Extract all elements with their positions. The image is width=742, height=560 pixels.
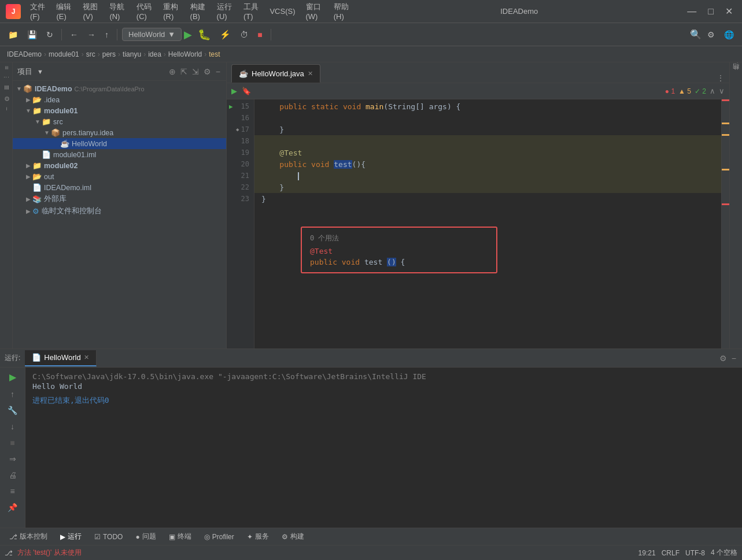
tree-arrow-scratch[interactable]: ▶ [24,207,32,216]
open-folder-button[interactable]: 📁 [5,28,21,42]
print-button[interactable]: 🖨 [7,469,19,481]
menu-item-视图V[interactable]: 视图(V) [78,0,104,23]
scroll-down-button[interactable]: ↓ [9,420,16,433]
pin-button[interactable]: 📌 [6,501,19,514]
tree-item-root[interactable]: ▼ 📦 IDEADemo C:\ProgramData\IdeaPro [13,83,226,94]
menu-item-导航N[interactable]: 导航(N) [105,0,130,23]
bottom-bar-tab-TODO[interactable]: ☑TODO [88,529,128,544]
close-bottom-panel-button[interactable]: − [730,353,737,364]
forward-button[interactable]: → [84,28,99,42]
tree-arrow-package[interactable]: ▼ [43,129,51,137]
left-strip-icon-1[interactable]: ≡ [2,65,11,71]
tree-arrow-module02[interactable]: ▶ [24,162,32,170]
bottom-bar-tab-运行[interactable]: ▶运行 [54,529,87,544]
bottom-bar-tab-终端[interactable]: ▣终端 [163,529,197,544]
search-everywhere-button[interactable]: 🔍 [690,29,702,40]
commit-button[interactable]: ↑ [101,28,112,42]
breadcrumb-item-test[interactable]: test [209,50,220,58]
bottom-bar-tab-服务[interactable]: ✦服务 [241,529,275,544]
tree-item-external-libs[interactable]: ▶ 📚 外部库 [13,193,226,205]
tree-arrow-root[interactable]: ▼ [15,85,23,93]
tree-item-module01[interactable]: ▼ 📁 module01 [13,105,226,116]
menu-item-编辑E[interactable]: 编辑(E) [51,0,77,23]
panel-dropdown-icon[interactable]: ▼ [37,68,43,75]
menu-item-运行U[interactable]: 运行(U) [212,0,238,23]
run-button[interactable]: ▶ [184,28,192,41]
editor-tab-helloworld[interactable]: ☕ HelloWorld.java ✕ [231,64,320,83]
close-button[interactable]: ✕ [722,5,736,18]
tree-item-package[interactable]: ▼ 📦 pers.tianyu.idea [13,127,226,138]
stop-button[interactable]: ■ [254,28,265,42]
re-run-button[interactable]: ▶ [8,370,18,384]
sync-button[interactable]: ↻ [43,28,57,42]
maximize-button[interactable]: □ [704,5,717,18]
bottom-bar-tab-版本控制[interactable]: ⎇版本控制 [3,529,53,544]
menu-item-工具T[interactable]: 工具(T) [239,0,264,23]
tree-item-ideademo-iml[interactable]: 📄 IDEADemo.iml [13,182,226,193]
settings-run-button[interactable]: ⚙ [718,353,728,364]
debug-run-button[interactable]: 🔧 [6,404,19,417]
nav-down-button[interactable]: ∨ [719,87,725,95]
settings-panel-button[interactable]: ⚙ [202,66,212,77]
menu-item-窗口W[interactable]: 窗口(W) [301,0,328,23]
code-lines[interactable]: public static void main (String[] args) … [254,99,721,348]
expand-all-button[interactable]: ⇲ [191,66,200,77]
tree-arrow-external-libs[interactable]: ▶ [24,195,32,203]
tree-item-idea[interactable]: ▶ 📂 .idea [13,94,226,105]
bottom-bar-tab-构建[interactable]: ⚙构建 [276,529,310,544]
breadcrumb-item-src[interactable]: src [86,50,95,58]
left-strip-icon-5[interactable]: − [2,106,11,112]
menu-item-重构R[interactable]: 重构(R) [158,0,184,23]
run-config-selector[interactable]: HelloWorld ▼ [122,28,182,41]
tree-item-module01iml[interactable]: 📄 module01.iml [13,149,226,160]
tab-overflow-menu[interactable]: ⋮ [717,73,725,83]
stop-run-button[interactable]: ■ [8,436,16,449]
run-tab-close[interactable]: ✕ [84,354,89,361]
left-strip-icon-4[interactable]: ⚙ [1,94,11,103]
charset-selector[interactable]: UTF-8 [685,549,705,557]
tree-item-module02[interactable]: ▶ 📁 module02 [13,160,226,171]
breadcrumb-item-idea[interactable]: idea [148,50,161,58]
filter-button[interactable]: ≡ [8,485,16,498]
breadcrumb-item-tianyu[interactable]: tianyu [123,50,141,58]
back-button[interactable]: ← [67,28,82,42]
menu-item-构建B[interactable]: 构建(B) [186,0,211,23]
indent-selector[interactable]: 4 个空格 [711,548,737,558]
debug-button[interactable]: 🐛 [194,26,214,43]
menu-item-VCSS[interactable]: VCS(S) [265,5,300,17]
left-strip-icon-2[interactable]: ⋮ [1,73,11,81]
minimize-button[interactable]: — [684,5,700,18]
tree-item-helloworld[interactable]: ☕ HelloWorld [13,138,226,149]
tree-item-src[interactable]: ▼ 📁 src [13,116,226,127]
help-button[interactable]: 🌐 [721,28,737,42]
scroll-up-button[interactable]: ↑ [9,388,16,400]
profile-button[interactable]: ⏱ [237,28,252,42]
run-line-button[interactable]: ▶ [231,87,237,95]
notifications-label[interactable]: 通知 [732,65,740,72]
tree-arrow-out[interactable]: ▶ [24,173,32,181]
menu-item-帮助H[interactable]: 帮助(H) [329,0,355,23]
tree-item-scratch[interactable]: ▶ ⚙ 临时文件和控制台 [13,205,226,217]
bottom-bar-tab-Profiler[interactable]: ◎Profiler [198,529,240,544]
tree-arrow-module01[interactable]: ▼ [24,107,32,115]
collapse-all-button[interactable]: ⇱ [179,66,189,77]
menu-item-文件F[interactable]: 文件(F) [25,0,50,23]
bottom-bar-tab-问题[interactable]: ●问题 [130,529,161,544]
git-branch-icon[interactable]: ⎇ [5,549,13,557]
breadcrumb-item-module01[interactable]: module01 [49,50,79,58]
menu-item-代码C[interactable]: 代码(C) [132,0,157,23]
wrap-button[interactable]: ⇒ [8,453,18,465]
line-ending-selector[interactable]: CRLF [662,549,680,557]
breadcrumb-item-pers[interactable]: pers [102,50,116,58]
settings-button[interactable]: ⚙ [704,28,718,42]
tree-arrow-idea[interactable]: ▶ [24,96,32,104]
tree-item-out[interactable]: ▶ 📂 out [13,171,226,182]
tree-arrow-src[interactable]: ▼ [34,118,42,126]
locate-file-button[interactable]: ⊕ [168,66,177,77]
bottom-tab-helloworld[interactable]: 📄 HelloWorld ✕ [25,350,96,366]
breadcrumb-item-helloworld[interactable]: HelloWorld [168,50,202,58]
hide-panel-button[interactable]: − [215,66,222,77]
breadcrumb-item-ideademo[interactable]: IDEADemo [7,50,42,58]
coverage-button[interactable]: ⚡ [216,27,234,42]
save-button[interactable]: 💾 [24,28,40,42]
